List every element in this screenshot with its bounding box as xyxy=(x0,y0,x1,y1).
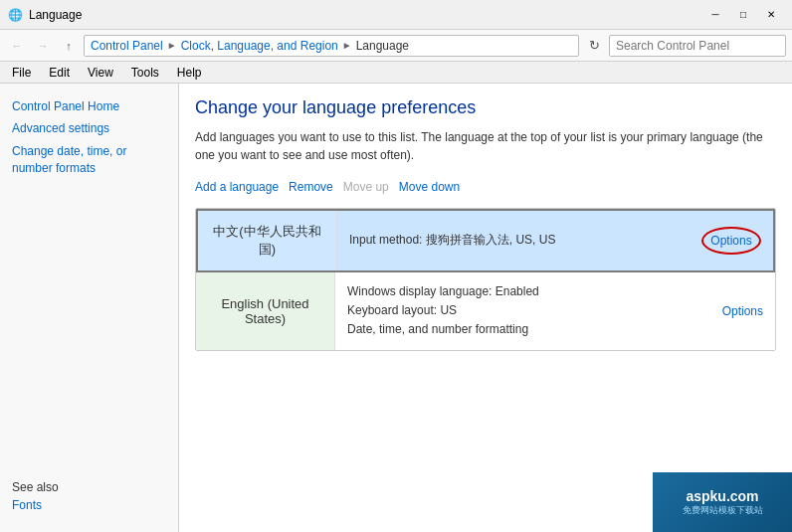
menu-view[interactable]: View xyxy=(80,64,121,82)
watermark-main: aspku.com xyxy=(683,488,763,504)
sidebar-advanced-settings[interactable]: Advanced settings xyxy=(0,117,178,139)
language-toolbar: Add a language Remove Move up Move down xyxy=(195,178,776,196)
sidebar-top: Control Panel Home Advanced settings Cha… xyxy=(0,95,178,181)
watermark: aspku.com 免费网站模板下载站 xyxy=(653,472,792,532)
main-layout: Control Panel Home Advanced settings Cha… xyxy=(0,84,792,532)
language-name-english: English (United States) xyxy=(196,272,335,350)
menu-tools[interactable]: Tools xyxy=(123,64,167,82)
search-input[interactable] xyxy=(616,39,779,53)
search-box[interactable] xyxy=(609,35,786,57)
window-title: Language xyxy=(29,8,82,22)
language-options-english: Options xyxy=(710,272,775,350)
menu-edit[interactable]: Edit xyxy=(41,64,78,82)
language-info-english-lines: Windows display language: Enabled Keyboa… xyxy=(347,282,539,340)
language-info-english: Windows display language: Enabled Keyboa… xyxy=(335,272,710,350)
language-info-chinese: Input method: 搜狗拼音输入法, US, US xyxy=(337,211,690,270)
title-bar: 🌐 Language ─ □ ✕ xyxy=(0,0,792,30)
back-button[interactable]: ← xyxy=(6,35,28,57)
see-also-fonts[interactable]: Fonts xyxy=(12,498,166,512)
language-item-english[interactable]: English (United States) Windows display … xyxy=(196,272,775,350)
add-language-button[interactable]: Add a language xyxy=(195,178,279,196)
sidebar-change-date[interactable]: Change date, time, or number formats xyxy=(0,139,178,181)
language-list: 中文(中华人民共和国) Input method: 搜狗拼音输入法, US, U… xyxy=(195,208,776,351)
content-area: Change your language preferences Add lan… xyxy=(179,84,792,532)
watermark-sub: 免费网站模板下载站 xyxy=(683,504,763,517)
remove-button[interactable]: Remove xyxy=(289,178,333,196)
forward-button[interactable]: → xyxy=(32,35,54,57)
maximize-button[interactable]: □ xyxy=(730,5,756,25)
page-title: Change your language preferences xyxy=(195,97,776,118)
move-down-button[interactable]: Move down xyxy=(399,178,460,196)
path-clock-language[interactable]: Clock, Language, and Region xyxy=(181,39,338,53)
sidebar-control-panel-home[interactable]: Control Panel Home xyxy=(0,95,178,117)
menu-file[interactable]: File xyxy=(4,64,39,82)
menu-bar: File Edit View Tools Help xyxy=(0,62,792,84)
watermark-inner: aspku.com 免费网站模板下载站 xyxy=(683,488,763,517)
path-language: Language xyxy=(356,39,409,53)
title-bar-controls: ─ □ ✕ xyxy=(702,5,784,25)
see-also-label: See also xyxy=(12,480,166,494)
path-sep-2: ► xyxy=(342,40,352,51)
sidebar-bottom: See also Fonts xyxy=(0,472,178,520)
minimize-button[interactable]: ─ xyxy=(702,5,728,25)
options-link-chinese[interactable]: Options xyxy=(701,227,761,255)
content-description: Add languages you want to use to this li… xyxy=(195,128,772,164)
up-button[interactable]: ↑ xyxy=(58,35,80,57)
options-link-english[interactable]: Options xyxy=(722,304,763,318)
close-button[interactable]: ✕ xyxy=(758,5,784,25)
window-icon: 🌐 xyxy=(8,8,23,22)
address-path: Control Panel ► Clock, Language, and Reg… xyxy=(84,35,579,57)
language-options-chinese: Options xyxy=(690,211,773,270)
title-bar-left: 🌐 Language xyxy=(8,8,82,22)
path-sep-1: ► xyxy=(167,40,177,51)
path-control-panel[interactable]: Control Panel xyxy=(91,39,163,53)
menu-help[interactable]: Help xyxy=(169,64,210,82)
address-bar: ← → ↑ Control Panel ► Clock, Language, a… xyxy=(0,30,792,62)
sidebar: Control Panel Home Advanced settings Cha… xyxy=(0,84,179,532)
refresh-button[interactable]: ↻ xyxy=(583,35,605,57)
language-name-chinese: 中文(中华人民共和国) xyxy=(198,211,337,270)
language-item-chinese[interactable]: 中文(中华人民共和国) Input method: 搜狗拼音输入法, US, U… xyxy=(196,209,775,272)
move-up-button[interactable]: Move up xyxy=(343,178,389,196)
